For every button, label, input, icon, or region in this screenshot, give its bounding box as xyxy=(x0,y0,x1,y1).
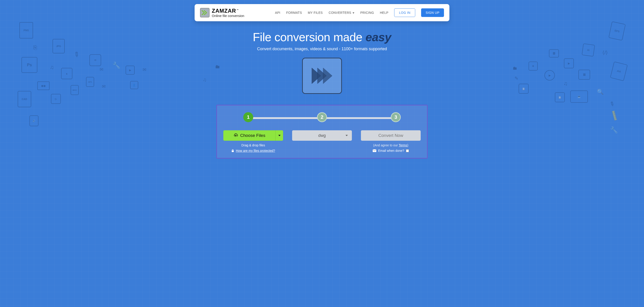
nav-converters[interactable]: CONVERTERS xyxy=(328,11,354,14)
converter-panel: 1 2 3 Choose Files Drag & drop files How… xyxy=(216,105,428,158)
svg-rect-1 xyxy=(373,149,376,152)
convert-now-button[interactable]: Convert Now xyxy=(361,130,421,141)
format-selected-value: dwg xyxy=(318,133,326,138)
step-3: 3 xyxy=(391,112,401,122)
choose-files-label: Choose Files xyxy=(240,133,266,138)
step-1: 1 xyxy=(243,112,253,122)
nav-help[interactable]: HELP xyxy=(380,11,388,14)
hero-subtitle: Convert documents, images, videos & soun… xyxy=(0,46,644,51)
format-select[interactable]: dwg xyxy=(292,130,352,141)
nav-my-files[interactable]: MY FILES xyxy=(308,11,323,14)
login-button[interactable]: LOG IN xyxy=(394,8,415,17)
hero-logo-icon xyxy=(302,58,342,94)
mail-icon xyxy=(373,149,376,152)
hero-title: File conversion made easy xyxy=(0,30,644,44)
email-when-done-checkbox[interactable] xyxy=(406,149,409,152)
logo-icon xyxy=(200,8,210,18)
lock-icon xyxy=(231,149,234,152)
choose-files-button[interactable]: Choose Files xyxy=(223,130,276,141)
choose-files-dropdown[interactable] xyxy=(276,130,283,141)
terms-text: (And agree to our Terms) xyxy=(373,144,408,147)
nav-api[interactable]: API xyxy=(275,11,280,14)
navbar: ZAMZAR™ Online file conversion API FORMA… xyxy=(194,4,450,21)
step-indicator: 1 2 3 xyxy=(248,112,396,124)
upload-icon xyxy=(234,134,238,138)
step-2: 2 xyxy=(317,112,327,122)
nav-formats[interactable]: FORMATS xyxy=(286,11,302,14)
files-protected-link[interactable]: How are my files protected? xyxy=(236,149,275,152)
terms-link[interactable]: Terms xyxy=(399,144,407,147)
logo[interactable]: ZAMZAR™ Online file conversion xyxy=(200,8,244,18)
drag-drop-hint: Drag & drop files xyxy=(242,144,265,147)
brand-name: ZAMZAR™ xyxy=(212,8,244,14)
email-when-done-label: Email when done? xyxy=(378,149,404,152)
svg-rect-0 xyxy=(232,150,234,152)
brand-tagline: Online file conversion xyxy=(212,14,244,18)
hero: File conversion made easy Convert docume… xyxy=(0,30,644,94)
signup-button[interactable]: SIGN UP xyxy=(421,8,444,17)
nav-pricing[interactable]: PRICING xyxy=(360,11,374,14)
